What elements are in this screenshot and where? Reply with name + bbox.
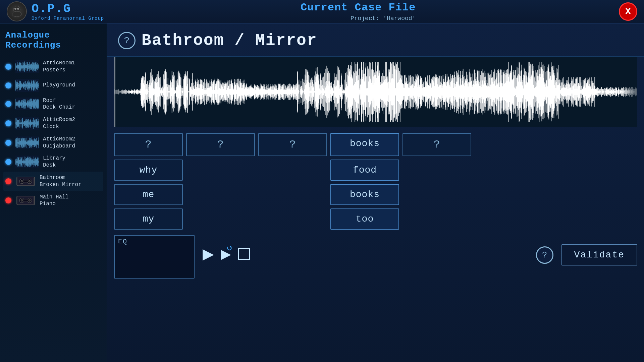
word-btn-why[interactable]: why	[114, 160, 183, 181]
word-btn-r1c5[interactable]: ?	[402, 133, 471, 156]
header: O.P.G Oxford Paranormal Group Current Ca…	[0, 0, 644, 23]
word-btn-books-top[interactable]: books	[330, 133, 399, 156]
svg-point-8	[29, 180, 31, 182]
waveform-thumbnail	[15, 60, 39, 73]
word-btn-r4c3	[258, 208, 327, 230]
sidebar-item-mainhall-piano[interactable]: Main HallPiano	[3, 191, 103, 210]
word-btn-too[interactable]: too	[330, 208, 399, 230]
word-btn-r1c3[interactable]: ?	[258, 133, 327, 156]
status-dot	[5, 178, 11, 184]
word-btn-r3c3	[258, 184, 327, 205]
room-title: Bathroom / Mirror	[142, 32, 317, 50]
word-btn-r4c5	[402, 208, 471, 230]
status-dot	[5, 140, 11, 146]
word-btn-r3c2	[186, 184, 255, 205]
word-btn-r2c5	[402, 160, 471, 181]
tape-icon	[15, 194, 36, 207]
sidebar-items-container: AtticRoom1PostersPlaygroundRoofDeck Chai…	[3, 57, 103, 210]
close-button[interactable]: X	[619, 2, 637, 21]
sidebar: Analogue Recordings AtticRoom1PostersPla…	[0, 23, 107, 362]
sidebar-item-label: LibraryDesk	[43, 155, 65, 169]
sidebar-item-label: BathroomBroken Mirror	[40, 174, 82, 188]
main-content: ? Bathroom / Mirror ? ? ? books ? why fo…	[107, 23, 644, 362]
word-btn-r3c5	[402, 184, 471, 205]
room-header: ? Bathroom / Mirror	[107, 23, 644, 57]
svg-point-15	[21, 199, 23, 201]
svg-point-3	[17, 8, 19, 10]
bottom-row: EQ ▶ ▶ ↺ ? Validate	[107, 230, 644, 362]
svg-point-16	[29, 199, 31, 201]
case-file-area: Current Case File Project: 'Harwood'	[301, 1, 416, 22]
word-btn-me[interactable]: me	[114, 184, 183, 205]
words-grid: ? ? ? books ? why food me books my	[114, 133, 637, 230]
case-file-title: Current Case File	[301, 1, 416, 14]
svg-rect-9	[23, 180, 28, 182]
status-dot	[5, 82, 11, 88]
svg-rect-17	[23, 199, 28, 201]
play-next-button[interactable]: ▶ ↺	[221, 246, 231, 261]
play-button[interactable]: ▶	[203, 245, 214, 262]
tape-icon	[15, 175, 36, 188]
validate-button[interactable]: Validate	[561, 244, 637, 265]
transport-controls: ▶ ▶ ↺	[203, 235, 250, 262]
word-btn-r1c2[interactable]: ?	[186, 133, 255, 156]
word-btn-r2c3	[258, 160, 327, 181]
right-controls: ? Validate	[536, 235, 637, 265]
help-button[interactable]: ?	[536, 246, 553, 264]
svg-point-2	[14, 8, 16, 10]
word-btn-r2c2	[186, 160, 255, 181]
sidebar-item-atticroom2-clock[interactable]: AtticRoom2Clock	[3, 114, 103, 133]
room-help-icon[interactable]: ?	[118, 32, 136, 49]
waveform-thumbnail	[15, 136, 39, 149]
waveform-thumbnail	[15, 79, 39, 92]
waveform-area	[114, 57, 637, 127]
logo-sub: Oxford Paranormal Group	[32, 16, 104, 21]
sidebar-item-label: AtticRoom2Ouijaboard	[43, 136, 75, 150]
svg-point-7	[21, 180, 23, 182]
word-btn-my[interactable]: my	[114, 208, 183, 230]
playhead	[114, 57, 115, 127]
status-dot	[5, 64, 11, 70]
stop-button[interactable]	[238, 248, 250, 260]
sidebar-item-roof-deck-chair[interactable]: RoofDeck Chair	[3, 95, 103, 114]
word-btn-books-bottom[interactable]: books	[330, 184, 399, 205]
waveform-thumbnail	[15, 117, 39, 130]
logo-main: O.P.G	[32, 2, 104, 16]
main-layout: Analogue Recordings AtticRoom1PostersPla…	[0, 23, 644, 362]
sidebar-item-label: Main HallPiano	[40, 194, 68, 208]
sidebar-item-atticroom1-posters[interactable]: AtticRoom1Posters	[3, 57, 103, 76]
word-btn-r1c1[interactable]: ?	[114, 133, 183, 156]
sidebar-item-playground[interactable]: Playground	[3, 76, 103, 95]
status-dot	[5, 101, 11, 107]
sidebar-item-label: RoofDeck Chair	[43, 97, 75, 111]
sidebar-item-label: Playground	[43, 82, 75, 89]
svg-point-1	[12, 11, 21, 17]
sidebar-title: Analogue Recordings	[3, 30, 103, 50]
eq-label: EQ	[118, 238, 127, 245]
words-area: ? ? ? books ? why food me books my	[107, 127, 644, 230]
waveform-thumbnail	[15, 156, 39, 168]
word-btn-r4c2	[186, 208, 255, 230]
sidebar-item-label: AtticRoom2Clock	[43, 116, 75, 130]
sidebar-item-atticroom2-ouija[interactable]: AtticRoom2Ouijaboard	[3, 133, 103, 153]
sidebar-item-bathroom-mirror[interactable]: BathroomBroken Mirror	[3, 172, 103, 191]
word-btn-food[interactable]: food	[330, 160, 399, 181]
logo-text: O.P.G Oxford Paranormal Group	[32, 2, 104, 21]
status-dot	[5, 120, 11, 126]
case-file-project: Project: 'Harwood'	[351, 15, 416, 22]
waveform-canvas	[114, 57, 637, 127]
eq-box: EQ	[114, 235, 195, 279]
logo-area: O.P.G Oxford Paranormal Group	[7, 1, 104, 21]
logo-circle	[7, 1, 27, 21]
sidebar-item-label: AtticRoom1Posters	[43, 60, 75, 74]
sidebar-item-library-desk[interactable]: LibraryDesk	[3, 152, 103, 172]
status-dot	[5, 197, 11, 203]
waveform-thumbnail	[15, 98, 39, 110]
status-dot	[5, 159, 11, 165]
